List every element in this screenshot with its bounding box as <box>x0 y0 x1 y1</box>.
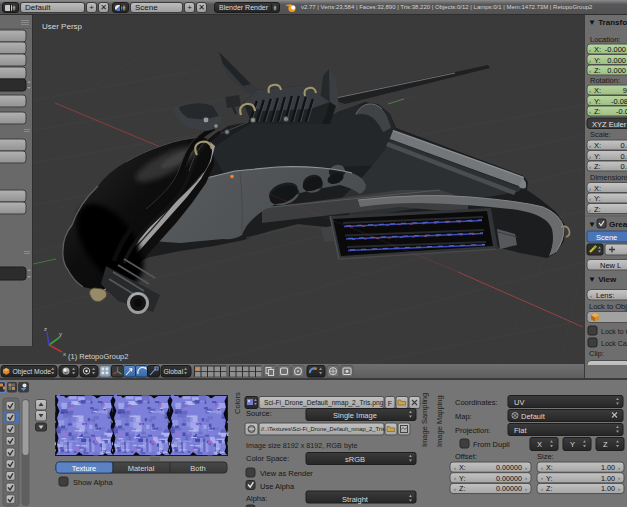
svg-text:Color Space:: Color Space: <box>246 454 289 463</box>
svg-text:Lock to Cu: Lock to Cu <box>601 328 627 335</box>
svg-text:›: › <box>525 465 527 471</box>
svg-text:y: y <box>59 331 62 337</box>
svg-text:Grease: Grease <box>609 220 627 229</box>
svg-text:0.000: 0.000 <box>607 66 626 75</box>
svg-text:Rotation:: Rotation: <box>590 76 620 85</box>
svg-text:sRGB: sRGB <box>345 455 365 464</box>
svg-text:Lock Came: Lock Came <box>601 340 627 347</box>
svg-text:Sci-Fi_Drone_Default_nmap_2_Tr: Sci-Fi_Drone_Default_nmap_2_Tris.png <box>264 399 384 407</box>
svg-text:0.0: 0.0 <box>621 162 627 171</box>
svg-text:‹: ‹ <box>589 88 591 94</box>
svg-text:X:: X: <box>594 141 601 150</box>
svg-text:-0.0: -0.0 <box>616 107 627 116</box>
svg-text:Source:: Source: <box>246 409 272 418</box>
svg-text:Both: Both <box>190 464 205 473</box>
svg-text:▼ View: ▼ View <box>588 275 617 284</box>
svg-text:View as Render: View as Render <box>260 469 313 478</box>
svg-text:Object Mode: Object Mode <box>13 368 52 376</box>
svg-text:Scale:: Scale: <box>590 130 611 139</box>
svg-text:Z:: Z: <box>594 205 601 214</box>
svg-text://..\Textures\Sci-Fi_Drone_Def: //..\Textures\Sci-Fi_Drone_Default_nmap_… <box>261 426 396 432</box>
svg-text:1.00: 1.00 <box>601 474 615 483</box>
svg-text:0.0: 0.0 <box>621 152 627 161</box>
svg-text:1.00: 1.00 <box>601 484 615 493</box>
svg-text:Z: Z <box>603 440 608 449</box>
svg-text:‹: ‹ <box>589 186 591 192</box>
svg-text:X:: X: <box>546 463 553 472</box>
svg-text:1.00: 1.00 <box>601 463 615 472</box>
svg-text:X:: X: <box>594 86 601 95</box>
svg-text:Z:: Z: <box>594 162 601 171</box>
svg-text:Z:: Z: <box>594 107 601 116</box>
svg-text:User Persp: User Persp <box>42 22 83 31</box>
svg-text:‹: ‹ <box>589 154 591 160</box>
svg-text:‹: ‹ <box>454 475 456 481</box>
svg-text:Flat: Flat <box>514 426 527 435</box>
svg-text:Projection:: Projection: <box>455 426 490 435</box>
svg-text:Texture: Texture <box>72 464 97 473</box>
svg-text:›: › <box>618 486 620 492</box>
svg-text:Offset:: Offset: <box>455 452 477 461</box>
svg-text:Single Image: Single Image <box>333 411 377 420</box>
svg-text:‹: ‹ <box>589 207 591 213</box>
svg-text:Y: Y <box>570 440 575 449</box>
svg-text:Y:: Y: <box>546 474 552 483</box>
svg-text:Location:: Location: <box>590 35 620 44</box>
svg-text:Y:: Y: <box>594 56 601 65</box>
svg-text:Y:: Y: <box>459 474 465 483</box>
svg-text:-0.000: -0.000 <box>605 45 626 54</box>
svg-text:Image size 8192 x 8192, RGB by: Image size 8192 x 8192, RGB byte <box>246 441 357 450</box>
svg-text:X:: X: <box>459 463 466 472</box>
svg-text:0.00000: 0.00000 <box>496 474 522 483</box>
svg-text:Scene: Scene <box>596 233 617 242</box>
svg-text:‹: ‹ <box>589 109 591 115</box>
svg-text:‹: ‹ <box>541 475 543 481</box>
svg-text:‹: ‹ <box>589 68 591 74</box>
svg-text:Material: Material <box>128 464 155 473</box>
svg-text:New L: New L <box>600 261 621 270</box>
svg-text:‹: ‹ <box>590 293 592 299</box>
svg-text:›: › <box>525 486 527 492</box>
svg-text:›: › <box>618 475 620 481</box>
svg-text:‹: ‹ <box>541 465 543 471</box>
svg-text:Image Sampling: Image Sampling <box>420 393 429 447</box>
svg-text:UV: UV <box>514 398 524 407</box>
svg-text:Straight: Straight <box>342 495 369 504</box>
svg-text:(1) RetopoGroup2: (1) RetopoGroup2 <box>68 352 128 361</box>
svg-text:‹: ‹ <box>589 143 591 149</box>
svg-text:x: x <box>63 351 66 357</box>
svg-text:Alpha:: Alpha: <box>246 494 267 503</box>
svg-text:Lock to Object:: Lock to Object: <box>589 302 627 311</box>
svg-text:X:: X: <box>594 184 601 193</box>
svg-text:XYZ Euler: XYZ Euler <box>592 120 627 129</box>
svg-text:0.0: 0.0 <box>621 141 627 150</box>
svg-text:F: F <box>388 400 392 407</box>
svg-text:z: z <box>44 326 47 332</box>
svg-text:▼ Transform: ▼ Transform <box>588 18 627 27</box>
svg-text:›: › <box>525 475 527 481</box>
svg-text:‹: ‹ <box>454 465 456 471</box>
svg-text:Dimensions:: Dimensions: <box>590 173 627 182</box>
svg-text:Z:: Z: <box>594 66 601 75</box>
svg-text:0.00000: 0.00000 <box>496 484 522 493</box>
svg-text:Y:: Y: <box>594 194 601 203</box>
svg-text:Global: Global <box>164 368 184 375</box>
svg-text:0.000: 0.000 <box>607 56 626 65</box>
svg-text:Size:: Size: <box>537 452 554 461</box>
svg-text:9: 9 <box>623 86 627 95</box>
svg-text:‹: ‹ <box>589 196 591 202</box>
svg-text:‹: ‹ <box>589 58 591 64</box>
svg-text:Use Alpha: Use Alpha <box>260 482 295 491</box>
svg-text:From Dupli: From Dupli <box>473 440 510 449</box>
svg-text:‹: ‹ <box>454 486 456 492</box>
svg-text:Z:: Z: <box>546 484 552 493</box>
svg-text:Lens:: Lens: <box>596 291 614 300</box>
svg-text:X: X <box>537 440 542 449</box>
svg-text:Clip:: Clip: <box>589 349 604 358</box>
svg-text:Coordinates:: Coordinates: <box>455 398 498 407</box>
svg-text:X:: X: <box>594 45 601 54</box>
svg-text:Y:: Y: <box>594 152 601 161</box>
svg-text:Y:: Y: <box>594 97 601 106</box>
svg-text:‹: ‹ <box>589 99 591 105</box>
svg-text:‹: ‹ <box>589 47 591 53</box>
